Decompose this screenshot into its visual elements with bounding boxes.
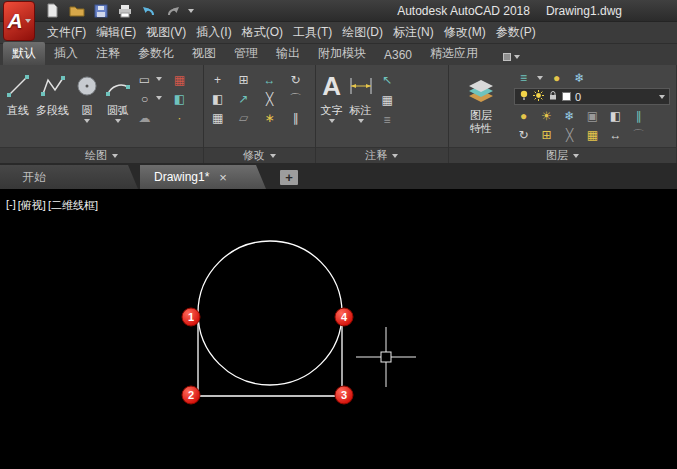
text-tool-button[interactable]: A 文字	[320, 68, 344, 144]
plot-icon[interactable]	[116, 2, 133, 19]
undo-icon[interactable]	[140, 2, 157, 19]
ribbon-minimize-button[interactable]	[503, 53, 520, 65]
array-icon[interactable]: ▦	[208, 109, 227, 126]
ribbon-tab-output[interactable]: 输出	[267, 42, 309, 65]
fillet-icon[interactable]: ⌒	[286, 90, 305, 107]
layer-walk-icon[interactable]: ↔	[606, 126, 625, 143]
explode-icon[interactable]: ∗	[260, 109, 279, 126]
revcloud-icon[interactable]: ☁	[135, 109, 154, 126]
ribbon-tab-parametric[interactable]: 参数化	[129, 42, 183, 65]
layer-fade-icon[interactable]: ⌒	[629, 126, 648, 143]
menu-edit[interactable]: 编辑(E)	[91, 22, 141, 43]
arc-tool-button[interactable]: 圆弧	[104, 68, 132, 144]
document-title: Drawing1.dwg	[546, 4, 622, 18]
chevron-down-icon[interactable]	[537, 76, 543, 80]
polyline-tool-button[interactable]: 多段线	[35, 68, 70, 144]
file-tab-start[interactable]: 开始	[0, 165, 138, 189]
text-style-icon[interactable]: ≡	[378, 111, 397, 128]
stretch-icon[interactable]: ↔	[260, 71, 279, 88]
chevron-down-icon	[392, 154, 398, 158]
ribbon-tab-home[interactable]: 默认	[3, 42, 45, 65]
layer-match-icon[interactable]: ◧	[606, 107, 625, 124]
ribbon-tab-annotate[interactable]: 注释	[87, 42, 129, 65]
layer-delete-icon[interactable]: ╳	[560, 126, 579, 143]
titlebar: Autodesk AutoCAD 2018 Drawing1.dwg	[0, 0, 677, 22]
new-file-icon[interactable]	[44, 2, 61, 19]
layer-thaw-icon[interactable]: ☀	[537, 107, 556, 124]
chevron-down-icon[interactable]	[156, 96, 162, 100]
leader-icon[interactable]: ↖	[378, 71, 397, 88]
layer-on-icon[interactable]: ●	[514, 107, 533, 124]
save-icon[interactable]	[92, 2, 109, 19]
menu-dimension[interactable]: 标注(N)	[388, 22, 439, 43]
ribbon-tab-insert[interactable]: 插入	[45, 42, 87, 65]
ribbon-tab-addins[interactable]: 附加模块	[309, 42, 375, 65]
offset-icon[interactable]: ∥	[286, 109, 305, 126]
layer-isolate-icon[interactable]: ●	[547, 69, 566, 86]
panel-layers: 图层特性 ≡ ● ❄	[449, 65, 677, 163]
mirror-icon[interactable]: ◧	[208, 90, 227, 107]
circle-tool-button[interactable]: 圆	[73, 68, 101, 144]
annotate-panel-label[interactable]: 注释	[316, 147, 448, 163]
modify-panel-label-text: 修改	[243, 148, 265, 163]
qat-dropdown-icon[interactable]	[188, 9, 194, 13]
draw-panel-label[interactable]: 绘图	[0, 147, 203, 163]
ellipse-icon[interactable]: ○	[135, 90, 154, 107]
layer-select-dropdown[interactable]: 0	[514, 88, 670, 105]
viewport-view-control[interactable]: [俯视]	[17, 198, 47, 213]
trim-icon[interactable]: ╳	[260, 90, 279, 107]
ribbon-tab-manage[interactable]: 管理	[225, 42, 267, 65]
menu-file[interactable]: 文件(F)	[42, 22, 91, 43]
menu-parametric[interactable]: 参数(P)	[491, 22, 541, 43]
menu-draw[interactable]: 绘图(D)	[337, 22, 388, 43]
close-icon[interactable]: ×	[219, 171, 227, 184]
menu-tools[interactable]: 工具(T)	[288, 22, 337, 43]
chevron-down-icon[interactable]	[156, 77, 162, 81]
chevron-down-icon	[514, 55, 520, 59]
drawing-area[interactable]: [-] [俯视] [二维线框] 1234	[0, 189, 677, 469]
modify-tools: + ⊞ ↔ ↻ ◧ ↗ ╳ ⌒ ▦ ▱ ∗ ∥	[204, 65, 315, 147]
application-menu-button[interactable]: A	[3, 1, 35, 41]
layer-offset-icon[interactable]: ∥	[629, 107, 648, 124]
layer-previous-icon[interactable]: ↻	[514, 126, 533, 143]
layer-state-icon[interactable]: ≡	[514, 69, 533, 86]
menu-modify[interactable]: 修改(M)	[439, 22, 491, 43]
ribbon-tab-featured-apps[interactable]: 精选应用	[421, 42, 487, 65]
ribbon-tab-a360[interactable]: A360	[375, 45, 421, 65]
rectangle-icon[interactable]: ▭	[135, 71, 154, 88]
move-icon[interactable]: +	[208, 71, 227, 88]
gradient-icon[interactable]: ◧	[170, 90, 189, 107]
file-tab-drawing1[interactable]: Drawing1* ×	[140, 165, 266, 189]
panel-modify: + ⊞ ↔ ↻ ◧ ↗ ╳ ⌒ ▦ ▱ ∗ ∥ 修改	[204, 65, 316, 163]
menu-insert[interactable]: 插入(I)	[191, 22, 236, 43]
layer-merge-icon[interactable]: ▦	[583, 126, 602, 143]
menu-format[interactable]: 格式(O)	[237, 22, 288, 43]
menu-view[interactable]: 视图(V)	[141, 22, 191, 43]
drawing-canvas[interactable]: 1234	[0, 189, 677, 469]
copy-icon[interactable]: ⊞	[234, 71, 253, 88]
viewport-visual-style-control[interactable]: [二维线框]	[47, 198, 99, 213]
layer-lock-icon[interactable]: ▣	[583, 107, 602, 124]
layer-copy-icon[interactable]: ⊞	[537, 126, 556, 143]
layer-freeze-icon[interactable]: ❄	[560, 107, 579, 124]
line-tool-button[interactable]: 直线	[4, 68, 32, 144]
redo-icon[interactable]	[164, 2, 181, 19]
current-layer-name: 0	[575, 91, 581, 103]
point-icon[interactable]: ∙	[170, 109, 189, 126]
chevron-down-icon	[659, 95, 665, 99]
layer-properties-button[interactable]: 图层特性	[453, 68, 509, 144]
table-icon[interactable]: ▦	[378, 91, 397, 108]
viewport-menu-control[interactable]: [-]	[5, 198, 17, 213]
dimension-tool-button[interactable]: 标注	[347, 68, 375, 144]
ribbon-tab-view[interactable]: 视图	[183, 42, 225, 65]
rotate-icon[interactable]: ↻	[286, 71, 305, 88]
new-drawing-button[interactable]: +	[280, 170, 298, 185]
layers-panel-label[interactable]: 图层	[449, 147, 676, 163]
layer-freeze-row-icon[interactable]: ❄	[570, 69, 589, 86]
scale-icon[interactable]: ↗	[234, 90, 253, 107]
ribbon: 直线 多段线 圆	[0, 65, 677, 163]
hatch-icon[interactable]: ▦	[170, 71, 189, 88]
erase-icon[interactable]: ▱	[234, 109, 253, 126]
modify-panel-label[interactable]: 修改	[204, 147, 315, 163]
open-folder-icon[interactable]	[68, 2, 85, 19]
